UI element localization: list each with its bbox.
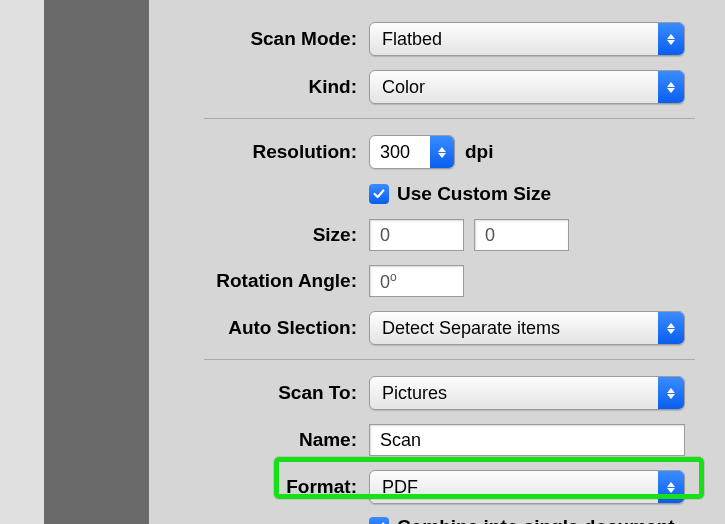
combine-label: Combine into single document xyxy=(397,516,675,524)
check-icon xyxy=(372,187,386,201)
updown-icon xyxy=(658,23,684,55)
format-popup[interactable]: PDF xyxy=(369,470,685,504)
updown-icon xyxy=(658,471,684,503)
combine-checkbox[interactable] xyxy=(369,517,389,524)
divider xyxy=(204,118,695,119)
resolution-value: 300 xyxy=(370,142,430,163)
scan-mode-value: Flatbed xyxy=(370,29,658,50)
name-label: Name: xyxy=(149,429,369,451)
name-input[interactable]: Scan xyxy=(369,424,685,456)
rotation-angle-input[interactable]: 0o xyxy=(369,265,464,297)
rotation-angle-label: Rotation Angle: xyxy=(149,270,369,292)
updown-icon xyxy=(658,377,684,409)
format-label: Format: xyxy=(149,476,369,498)
scan-mode-label: Scan Mode: xyxy=(149,28,369,50)
scan-to-popup[interactable]: Pictures xyxy=(369,376,685,410)
resolution-stepper[interactable]: 300 xyxy=(369,135,455,169)
auto-selection-popup[interactable]: Detect Separate items xyxy=(369,311,685,345)
use-custom-size-checkbox[interactable] xyxy=(369,184,389,204)
inner-sidebar xyxy=(44,0,149,524)
format-value: PDF xyxy=(370,477,658,498)
size-label: Size: xyxy=(149,224,369,246)
dpi-suffix: dpi xyxy=(465,141,494,163)
size-width-input[interactable]: 0 xyxy=(369,219,464,251)
kind-label: Kind: xyxy=(149,76,369,98)
updown-icon xyxy=(658,71,684,103)
check-icon xyxy=(372,520,386,524)
size-height-input[interactable]: 0 xyxy=(474,219,569,251)
outer-sidebar xyxy=(0,0,44,524)
scan-to-value: Pictures xyxy=(370,383,658,404)
auto-selection-label: Auto Slection: xyxy=(149,317,369,339)
divider xyxy=(204,359,695,360)
scan-to-label: Scan To: xyxy=(149,382,369,404)
updown-icon xyxy=(430,136,454,168)
scan-mode-popup[interactable]: Flatbed xyxy=(369,22,685,56)
kind-popup[interactable]: Color xyxy=(369,70,685,104)
updown-icon xyxy=(658,312,684,344)
use-custom-size-label: Use Custom Size xyxy=(397,183,551,205)
settings-panel: Scan Mode: Flatbed Kind: Color Resolutio… xyxy=(149,0,725,524)
kind-value: Color xyxy=(370,77,658,98)
auto-selection-value: Detect Separate items xyxy=(370,318,658,339)
resolution-label: Resolution: xyxy=(149,141,369,163)
